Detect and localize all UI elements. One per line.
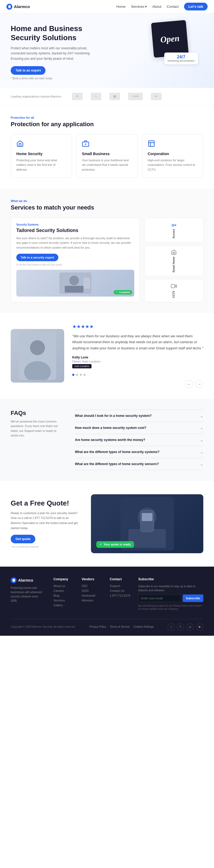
card-0-desc: Protecting your home and what matters mo… <box>16 158 66 172</box>
footer-bottom: Copyright © 2024 Alarmco Security. All r… <box>11 619 203 630</box>
dot-2[interactable] <box>76 374 78 376</box>
partner-logo-4: CNTR <box>128 93 143 100</box>
svg-rect-7 <box>83 278 90 288</box>
carousel-next-button[interactable]: → <box>195 380 203 388</box>
small-business-icon <box>82 140 91 148</box>
footer-link-blog[interactable]: Blog <box>54 594 74 597</box>
faq-item-4[interactable]: What are the different types of home sec… <box>75 458 203 470</box>
hero-cta-button[interactable]: Talk to an expert <box>11 66 45 75</box>
nav-contact[interactable]: Contact <box>167 5 179 8</box>
footer-brand: Alarmco Protecting homes and businesses … <box>11 577 45 611</box>
subscribe-button[interactable]: Subscribe <box>183 594 203 602</box>
footer-privacy-note: By subscribing you agree to our Privacy … <box>138 604 203 611</box>
service-note: Or fill this form below to discuss your … <box>16 264 134 266</box>
carousel-prev-button[interactable]: ← <box>185 380 193 388</box>
nav-home[interactable]: Home <box>116 5 126 8</box>
footer-link-careers[interactable]: Careers <box>54 589 74 592</box>
footer: Alarmco Protecting homes and businesses … <box>0 567 214 636</box>
testimonial-image <box>11 329 64 382</box>
faq-question-0: What should I look for in a home securit… <box>75 414 152 418</box>
logos-label: Leading organizations choose Alarmco <box>11 95 61 98</box>
faq-chevron-0: ⌄ <box>200 414 203 418</box>
footer-legal-links: Privacy Policy Terms of Service Cookies … <box>90 625 154 628</box>
footer-subscribe: Subscribe Subscribe to our newsletter to… <box>138 577 203 611</box>
subscribe-email-input[interactable] <box>138 594 181 602</box>
home-security-icon <box>16 140 25 148</box>
footer-logo-icon <box>11 577 16 583</box>
card-home-security: Home Security Protecting your home and w… <box>11 134 72 178</box>
faq-item-1[interactable]: How much does a home security system cos… <box>75 422 203 434</box>
svg-rect-3 <box>148 141 154 146</box>
card-0-title: Home Security <box>16 152 66 156</box>
svg-point-14 <box>30 340 45 355</box>
social-icons: f 𝕏 in ▶ <box>168 623 203 630</box>
nav-links: Home Services ▾ About Contact Let's talk <box>116 3 208 10</box>
service-tab-cctv[interactable]: CCTV <box>144 279 203 302</box>
testimonial-author: Kelly Love <box>72 355 203 359</box>
footer-cookies-link[interactable]: Cookies Settings <box>134 625 153 628</box>
service-tab-access[interactable]: Access <box>144 218 203 243</box>
footer-copyright: Copyright © 2024 Alarmco Security. All r… <box>11 625 76 628</box>
dot-1[interactable] <box>72 374 74 376</box>
logo-icon <box>6 4 12 10</box>
footer-link-gallery[interactable]: Gallery <box>54 603 74 607</box>
footer-col-company: Company About us Careers Blog Services G… <box>54 577 74 611</box>
faq-chevron-3: ⌄ <box>200 450 203 454</box>
service-tab-smarthome[interactable]: Smart Home <box>144 245 203 277</box>
footer-link-contact[interactable]: Contact Us <box>110 589 130 592</box>
testimonial-text: "We use them for our business and they a… <box>72 333 203 351</box>
faq-list: What should I look for in a home securit… <box>75 410 203 470</box>
footer-link-services[interactable]: Services <box>54 599 74 602</box>
hero-content: Home and Business Security Solutions Pro… <box>11 24 102 80</box>
testimonial-author-title: Owner, Auto Locators <box>72 360 203 363</box>
smarthome-tab-label: Smart Home <box>172 257 175 273</box>
brand-logo[interactable]: Alarmco <box>6 4 30 10</box>
services-grid: Security Systems Tailored Security Solut… <box>11 218 203 303</box>
hero-image-area: Open 24/7 Monitoring and protection <box>134 16 203 70</box>
service-cta-button[interactable]: Talk to a security expert <box>16 254 58 261</box>
footer-top: Alarmco Protecting homes and businesses … <box>11 577 203 611</box>
youtube-icon[interactable]: ▶ <box>197 623 203 630</box>
footer-link-about[interactable]: About us <box>54 584 74 588</box>
card-1-title: Small Business <box>82 152 132 156</box>
footer-subscribe-title: Subscribe <box>138 577 203 581</box>
nav-about[interactable]: About <box>152 5 161 8</box>
testimonial-company-badge: Auto Locators <box>72 364 92 368</box>
partner-logo-3: 🏢 <box>109 93 120 100</box>
hero-small-link: * Book a demo with our team today <box>11 77 102 80</box>
services-title: Services to match your needs <box>11 204 203 211</box>
quote-ready-badge: ✓ Your quote is ready <box>96 541 134 548</box>
cctv-tab-label: CCTV <box>172 291 175 298</box>
faq-item-0[interactable]: What should I look for in a home securit… <box>75 410 203 422</box>
services-section-label: What we do <box>11 199 203 203</box>
dot-4[interactable] <box>83 374 85 376</box>
footer-privacy-link[interactable]: Privacy Policy <box>90 625 106 628</box>
footer-link-support[interactable]: Support <box>110 584 130 588</box>
nav-services[interactable]: Services ▾ <box>131 5 147 8</box>
footer-link-hikvision[interactable]: Hikvision <box>81 599 102 602</box>
nav-cta-button[interactable]: Let's talk <box>184 3 208 10</box>
footer-brand-desc: Protecting homes and businesses with adv… <box>11 586 45 603</box>
footer-col-contact-title: Contact <box>110 577 130 581</box>
quote-small-text: * No commitment required <box>11 546 80 548</box>
faq-item-2[interactable]: Are home security systems worth the mone… <box>75 434 203 446</box>
hero-description: Protect what matters most with our reaso… <box>11 46 102 61</box>
faq-item-3[interactable]: What are the different types of home sec… <box>75 446 203 458</box>
faq-description: We've answered the most common questions… <box>11 419 64 438</box>
footer-col-vendors-title: Vendors <box>81 577 102 581</box>
service-main-title: Tailored Security Solutions <box>16 228 134 233</box>
twitter-icon[interactable]: 𝕏 <box>177 623 184 630</box>
carousel-dots <box>72 374 203 376</box>
footer-terms-link[interactable]: Terms of Service <box>110 625 130 628</box>
quote-cta-button[interactable]: Get quote <box>11 535 35 543</box>
dot-3[interactable] <box>80 374 82 376</box>
card-2-title: Corporation <box>148 152 198 156</box>
footer-link-honeywell[interactable]: Honeywell <box>81 594 102 597</box>
protection-title: Protection for any application <box>11 121 203 128</box>
facebook-icon[interactable]: f <box>168 623 174 630</box>
footer-link-2gig[interactable]: 2GIG <box>81 589 102 592</box>
footer-link-dsc[interactable]: DSC <box>81 584 102 588</box>
linkedin-icon[interactable]: in <box>187 623 194 630</box>
partner-logo-1: ⚙ <box>72 93 83 100</box>
footer-link-phone[interactable]: 1.877.712.5276 <box>110 594 130 597</box>
